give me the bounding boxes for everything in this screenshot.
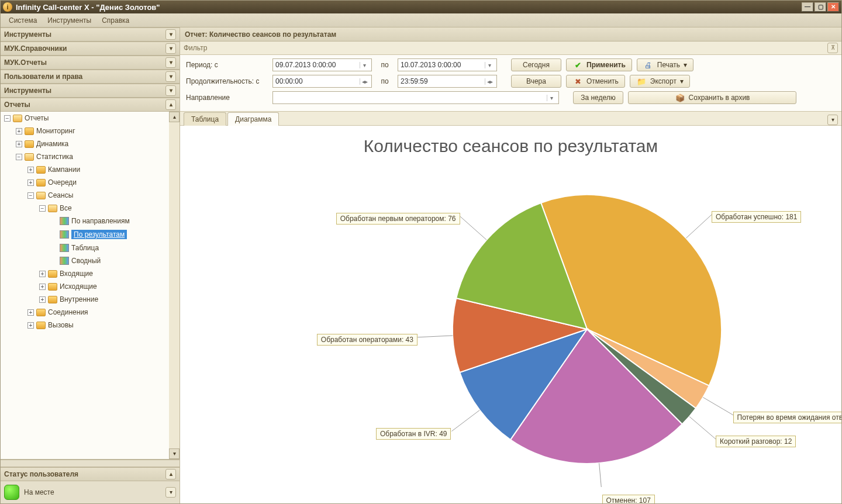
cancel-button[interactable]: ✖Отменить	[566, 75, 625, 88]
maximize-button[interactable]: ▢	[815, 2, 826, 12]
close-button[interactable]: ✕	[827, 2, 839, 12]
menu-help[interactable]: Справка	[97, 15, 134, 26]
tree-table[interactable]: Таблица	[50, 241, 180, 254]
folder-open-icon	[48, 205, 57, 212]
tab-table[interactable]: Таблица	[184, 112, 226, 126]
input-date-from[interactable]: 09.07.2013 0:00:00▾	[272, 58, 372, 71]
expand-icon[interactable]: +	[27, 167, 34, 173]
input-time-to[interactable]: 23:59:59◂▸	[398, 75, 497, 88]
section-reports[interactable]: Отчеты▴	[1, 98, 180, 112]
tree-incoming[interactable]: +Входящие	[38, 267, 180, 280]
collapse-icon[interactable]: −	[16, 154, 22, 160]
tree-monitoring[interactable]: +Мониторинг	[15, 125, 180, 137]
expand-icon[interactable]: +	[39, 284, 46, 290]
sidebar-spacer	[1, 460, 180, 467]
dropdown-icon[interactable]: ▾	[684, 61, 687, 69]
tree-root[interactable]: −Отчеты	[3, 112, 180, 125]
filter-bar: Фильтр ⊼	[180, 42, 841, 55]
status-row[interactable]: На месте ▾	[1, 481, 180, 503]
print-button[interactable]: 🖨Печать▾	[637, 58, 693, 71]
menu-tools[interactable]: Инструменты	[43, 15, 96, 26]
yesterday-button[interactable]: Вчера	[511, 75, 561, 88]
chevron-down-icon[interactable]: ▾	[165, 487, 176, 498]
minimize-button[interactable]: —	[802, 2, 813, 12]
archive-button[interactable]: 📦Сохранить в архив	[628, 91, 796, 104]
chevron-down-icon[interactable]: ▾	[165, 71, 176, 82]
menu-system[interactable]: Система	[4, 15, 42, 26]
tree-outgoing[interactable]: +Исходящие	[38, 280, 180, 293]
app-icon: i	[3, 2, 12, 12]
tree-queues[interactable]: +Очереди	[26, 176, 180, 189]
expand-icon[interactable]: +	[39, 296, 46, 303]
chevron-up-icon[interactable]: ▴	[165, 99, 176, 110]
dropdown-icon[interactable]: ▾	[680, 77, 684, 85]
chevron-up-icon[interactable]: ▴	[165, 469, 176, 479]
pie-callout: Обработан операторами: 43	[317, 334, 417, 346]
tree-stats[interactable]: −Статистика	[15, 150, 180, 163]
section-label: Пользователи и права	[4, 73, 82, 81]
expand-icon[interactable]: +	[16, 141, 22, 147]
tab-diagram[interactable]: Диаграмма	[227, 112, 279, 126]
tree-campaigns[interactable]: +Кампании	[26, 163, 180, 176]
section-users[interactable]: Пользователи и права▾	[1, 70, 180, 84]
tree-summary[interactable]: Сводный	[50, 254, 180, 267]
folder-open-icon	[25, 153, 34, 161]
check-icon: ✔	[572, 60, 583, 70]
chevron-down-icon[interactable]: ▾	[827, 115, 838, 125]
label-to: по	[377, 77, 393, 85]
section-tools[interactable]: Инструменты▾	[1, 84, 180, 98]
spinner-icon[interactable]: ◂▸	[360, 78, 369, 85]
scroll-down-icon[interactable]: ▾	[169, 448, 180, 459]
apply-button[interactable]: ✔Применить	[566, 58, 632, 71]
section-muk-reports[interactable]: МУК.Отчеты▾	[1, 56, 180, 70]
tree-scrollbar[interactable]: ▴ ▾	[169, 112, 180, 459]
export-button[interactable]: 📁Экспорт▾	[630, 75, 690, 88]
tree-by-direction[interactable]: По направлениям	[50, 215, 180, 227]
input-time-from[interactable]: 00:00:00◂▸	[272, 75, 372, 88]
tree-calls[interactable]: +Вызовы	[26, 319, 180, 332]
section-sprav[interactable]: МУК.Справочники▾	[1, 42, 180, 56]
chevron-down-icon[interactable]: ▾	[165, 43, 176, 54]
folder-open-icon	[36, 192, 46, 199]
folder-icon	[36, 179, 46, 187]
pie-callout: Обработан успешно: 181	[712, 211, 802, 223]
expand-icon[interactable]: +	[39, 271, 46, 277]
collapse-icon[interactable]: −	[4, 115, 11, 122]
dropdown-icon[interactable]: ▾	[360, 62, 369, 68]
chevron-down-icon[interactable]: ▾	[165, 29, 176, 40]
label-direction: Направление	[186, 94, 268, 102]
filter-label: Фильтр	[184, 44, 207, 52]
status-text: На месте	[24, 488, 54, 496]
chart-area: Количество сеансов по результатам Обрабо…	[180, 126, 841, 503]
tree-connections[interactable]: +Соединения	[26, 306, 180, 319]
today-button[interactable]: Сегодня	[511, 58, 561, 71]
spinner-icon[interactable]: ◂▸	[485, 78, 494, 85]
folder-icon	[48, 283, 57, 291]
pin-icon[interactable]: ⊼	[827, 43, 838, 53]
sidebar-header-tools: Инструменты ▾	[1, 27, 180, 42]
collapse-icon[interactable]: −	[39, 205, 46, 212]
scroll-up-icon[interactable]: ▴	[169, 112, 180, 122]
collapse-icon[interactable]: −	[27, 192, 34, 199]
expand-icon[interactable]: +	[27, 322, 34, 329]
chevron-down-icon[interactable]: ▾	[165, 85, 176, 96]
week-button[interactable]: За неделю	[573, 91, 623, 104]
input-direction[interactable]: ▾	[272, 91, 559, 104]
svg-line-1	[703, 398, 733, 415]
chart-icon	[60, 217, 69, 225]
folder-icon	[36, 166, 46, 174]
label-to: по	[377, 61, 393, 69]
tree-by-result[interactable]: По результатам	[50, 227, 180, 241]
dropdown-icon[interactable]: ▾	[485, 62, 494, 68]
tree-sessions[interactable]: −Сеансы	[26, 189, 180, 202]
expand-icon[interactable]: +	[27, 179, 34, 186]
section-label: МУК.Отчеты	[4, 58, 47, 67]
expand-icon[interactable]: +	[16, 128, 22, 134]
tree-internal[interactable]: +Внутренние	[38, 293, 180, 306]
dropdown-icon[interactable]: ▾	[547, 95, 556, 101]
expand-icon[interactable]: +	[27, 309, 34, 316]
input-date-to[interactable]: 10.07.2013 0:00:00▾	[398, 58, 497, 71]
tree-all[interactable]: −Все	[38, 202, 180, 215]
tree-dynamics[interactable]: +Динамика	[15, 137, 180, 150]
chevron-down-icon[interactable]: ▾	[165, 57, 176, 68]
